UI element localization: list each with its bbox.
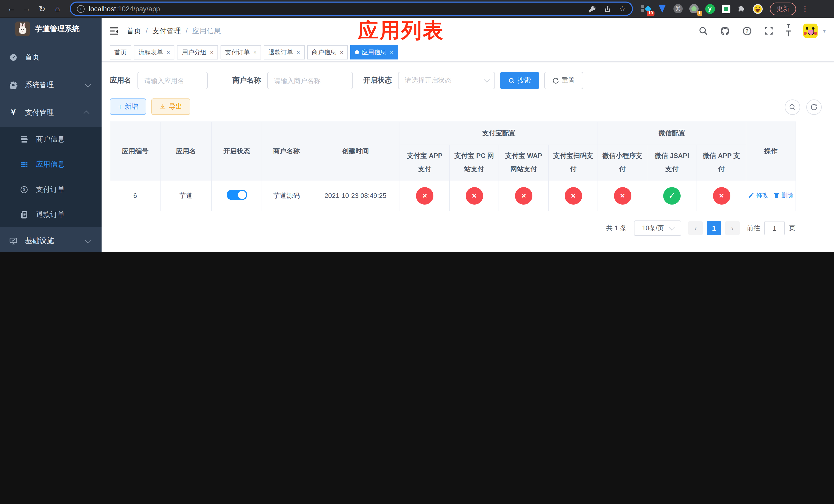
password-key-icon[interactable] bbox=[588, 5, 596, 13]
pagination: 共 1 条 10条/页 ‹ 1 › 前往 页 bbox=[110, 221, 795, 236]
delete-button[interactable]: 删除 bbox=[773, 191, 793, 200]
chrome-update-button[interactable]: 更新 bbox=[770, 2, 796, 15]
breadcrumb: 首页/支付管理/应用信息 bbox=[127, 26, 221, 36]
profile-emoji-icon[interactable] bbox=[752, 4, 763, 14]
yen-icon: ¥ bbox=[9, 108, 18, 118]
export-button[interactable]: 导出 bbox=[151, 98, 190, 115]
add-button[interactable]: +新增 bbox=[110, 98, 146, 115]
home-icon[interactable]: ⌂ bbox=[51, 3, 64, 15]
sidebar-item-支付管理[interactable]: ¥支付管理 bbox=[0, 99, 102, 127]
sidebar-item-首页[interactable]: 首页 bbox=[0, 44, 102, 71]
active-dot-icon bbox=[355, 50, 359, 54]
sub-column-header: 微信 JSAPI 支付 bbox=[647, 145, 697, 180]
status-disabled-icon: × bbox=[614, 187, 631, 204]
sidebar-item-label: 支付管理 bbox=[25, 108, 54, 117]
edit-button[interactable]: 修改 bbox=[748, 191, 768, 200]
close-icon[interactable]: × bbox=[254, 49, 257, 55]
tab-商户信息[interactable]: 商户信息× bbox=[307, 45, 348, 60]
cell-channel-status: × bbox=[697, 180, 746, 211]
github-icon[interactable] bbox=[720, 26, 730, 36]
current-page-button[interactable]: 1 bbox=[707, 221, 721, 235]
extension-chat-icon[interactable] bbox=[721, 4, 731, 14]
font-size-icon[interactable]: TT bbox=[786, 24, 791, 38]
reset-button[interactable]: 重置 bbox=[544, 72, 583, 89]
url-text[interactable]: localhost:1024/pay/app bbox=[89, 5, 160, 13]
tab-首页[interactable]: 首页 bbox=[110, 45, 131, 60]
sidebar-item-商户信息[interactable]: 商户信息 bbox=[0, 127, 102, 152]
page-size-select[interactable]: 10条/页 bbox=[634, 221, 681, 236]
sidebar-item-支付订单[interactable]: ¥支付订单 bbox=[0, 177, 102, 202]
status-enabled-icon: ✓ bbox=[663, 187, 681, 204]
reload-icon[interactable]: ↻ bbox=[36, 3, 48, 15]
cell-channel-status: × bbox=[549, 180, 598, 211]
sidebar-item-label: 支付订单 bbox=[36, 185, 65, 194]
next-page-button[interactable]: › bbox=[725, 221, 740, 235]
close-icon[interactable]: × bbox=[210, 49, 213, 55]
svg-text:?: ? bbox=[746, 28, 749, 33]
extension-command-icon[interactable]: ⌘ bbox=[673, 4, 683, 14]
sidebar-item-系统管理[interactable]: 系统管理 bbox=[0, 71, 102, 99]
enabled-toggle[interactable] bbox=[226, 190, 247, 200]
sidebar-item-label: 应用信息 bbox=[36, 160, 65, 169]
search-icon[interactable] bbox=[699, 26, 708, 36]
monitor-icon bbox=[9, 237, 18, 245]
avatar-caret-icon[interactable]: ▾ bbox=[823, 27, 826, 34]
close-icon[interactable]: × bbox=[340, 49, 344, 55]
status-select[interactable]: 请选择开启状态 bbox=[398, 72, 495, 89]
bookmark-star-icon[interactable]: ☆ bbox=[619, 4, 626, 13]
sidebar-item-label: 商户信息 bbox=[36, 135, 65, 144]
prev-page-button[interactable]: ‹ bbox=[688, 221, 703, 235]
fullscreen-icon[interactable] bbox=[764, 26, 773, 36]
extension-recorder-icon[interactable]: 1 bbox=[689, 4, 699, 14]
cell-merchant: 芋道源码 bbox=[262, 180, 311, 211]
tab-退款订单[interactable]: 退款订单× bbox=[264, 45, 305, 60]
sub-column-header: 微信小程序支付 bbox=[598, 145, 647, 180]
tab-应用信息[interactable]: 应用信息× bbox=[350, 45, 398, 60]
tab-流程表单[interactable]: 流程表单× bbox=[134, 45, 175, 60]
toggle-search-icon[interactable] bbox=[785, 99, 800, 115]
app-name-input[interactable] bbox=[137, 72, 208, 89]
tab-label: 应用信息 bbox=[361, 48, 386, 56]
site-info-icon[interactable] bbox=[77, 5, 85, 13]
extension-blocks-icon[interactable]: 10 bbox=[641, 4, 652, 14]
sidebar-item-应用信息[interactable]: 应用信息 bbox=[0, 152, 102, 177]
group-header: 支付宝配置 bbox=[400, 122, 598, 145]
extension-gem-icon[interactable] bbox=[657, 4, 667, 14]
search-button[interactable]: 搜索 bbox=[500, 72, 539, 89]
back-icon[interactable]: ← bbox=[5, 3, 18, 15]
cell-channel-status: × bbox=[598, 180, 647, 211]
collapse-sidebar-icon[interactable] bbox=[110, 27, 118, 35]
coin-icon: ¥ bbox=[20, 185, 29, 193]
help-icon[interactable]: ? bbox=[742, 26, 752, 36]
table-row: 6芋道芋道源码2021-10-23 08:49:25×××××✓×修改删除 bbox=[110, 180, 796, 211]
extension-y-icon[interactable]: y bbox=[705, 4, 715, 14]
chevron-up-icon bbox=[84, 111, 89, 117]
tab-用户分组[interactable]: 用户分组× bbox=[177, 45, 218, 60]
navbar-actions: ? TT ▾ bbox=[699, 24, 826, 38]
goto-page-input[interactable] bbox=[764, 221, 785, 235]
browser-menu-icon[interactable]: ⋮ bbox=[801, 4, 809, 13]
share-icon[interactable] bbox=[603, 5, 611, 13]
tab-支付订单[interactable]: 支付订单× bbox=[221, 45, 261, 60]
delete-label: 删除 bbox=[781, 191, 793, 200]
sidebar-item-退款订单[interactable]: 退款订单 bbox=[0, 202, 102, 227]
breadcrumb-item[interactable]: 支付管理 bbox=[152, 26, 181, 35]
forward-icon[interactable]: → bbox=[21, 3, 33, 15]
breadcrumb-item[interactable]: 首页 bbox=[127, 26, 141, 35]
chevron-down-icon bbox=[484, 77, 490, 83]
refresh-icon[interactable] bbox=[806, 99, 822, 115]
extension-badge: 10 bbox=[647, 11, 655, 16]
filter-form: 应用名 商户名称 开启状态 请选择开启状态 搜索 重置 bbox=[110, 72, 826, 89]
sub-column-header: 微信 APP 支付 bbox=[697, 145, 746, 180]
close-icon[interactable]: × bbox=[167, 49, 170, 55]
url-bar[interactable]: localhost:1024/pay/app ☆ bbox=[70, 2, 633, 16]
merchant-input[interactable] bbox=[267, 72, 353, 89]
chevron-down-icon bbox=[85, 82, 91, 87]
gear-icon bbox=[9, 81, 18, 89]
app-logo-row[interactable]: 芋道管理系统 bbox=[0, 18, 102, 40]
sidebar-item-基础设施[interactable]: 基础设施 bbox=[0, 227, 102, 252]
user-avatar[interactable] bbox=[804, 24, 818, 38]
close-icon[interactable]: × bbox=[297, 49, 300, 55]
extensions-puzzle-icon[interactable] bbox=[737, 4, 747, 14]
close-icon[interactable]: × bbox=[390, 49, 393, 55]
